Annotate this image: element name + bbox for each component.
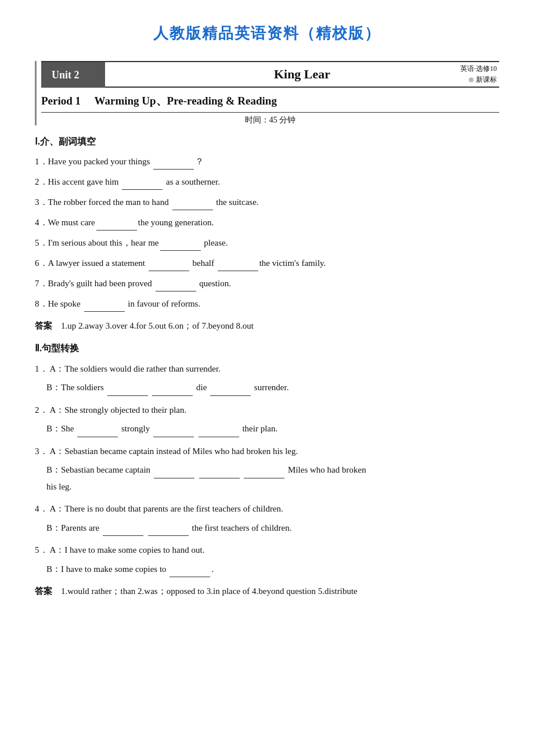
section2-q4-a: 4． A：There is no doubt that parents are … xyxy=(35,501,499,517)
period-header: Period 1 Warming Up、Pre-reading & Readin… xyxy=(41,93,499,113)
time-line: 时间：45 分钟 xyxy=(41,115,499,125)
section2-q1: 1． A：The soldiers would die rather than … xyxy=(35,361,499,396)
blank-7 xyxy=(156,282,196,291)
blank-2-4a xyxy=(103,527,143,536)
section2-q4-b: B：Parents are the first teachers of chil… xyxy=(46,520,499,537)
blank-4 xyxy=(96,221,137,231)
unit-section: Unit 2 King Lear 英语·选修10 ⊙ 新课标 Period 1 … xyxy=(35,61,499,125)
q7: 7．Brady's guilt had been proved question… xyxy=(35,276,499,291)
q3: 3．The robber forced the man to hand the … xyxy=(35,195,499,210)
section1-answers: 答案 1.up 2.away 3.over 4.for 5.out 6.on；o… xyxy=(35,318,499,334)
q2: 2．His accent gave him as a southerner. xyxy=(35,174,499,190)
blank-2-1b xyxy=(152,387,193,396)
page-title: 人教版精品英语资料（精校版） xyxy=(35,23,499,44)
q4: 4．We must carethe young generation. xyxy=(35,215,499,231)
blank-2-3b xyxy=(199,469,240,478)
unit-meta: 英语·选修10 ⊙ 新课标 xyxy=(458,62,499,87)
section2-q5-b: B：I have to make some copies to . xyxy=(46,561,499,578)
blank-2-3c xyxy=(244,469,284,478)
blank-2-4b xyxy=(148,527,189,536)
section2-q3-b2: his leg. xyxy=(46,478,499,495)
section1-title: Ⅰ.介、副词填空 xyxy=(35,136,499,148)
blank-2-2a xyxy=(77,428,118,437)
q8: 8．He spoke in favour of reforms. xyxy=(35,296,499,312)
section2-answer-label: 答案 xyxy=(35,586,52,596)
blank-1 xyxy=(153,160,194,170)
blank-2-5 xyxy=(169,568,210,577)
blank-2-3a xyxy=(154,469,194,478)
q6: 6．A lawyer issued a statement behalf the… xyxy=(35,255,499,271)
period-label: Period 1 xyxy=(41,95,81,107)
section2-q1-b: B：The soldiers die surrender. xyxy=(46,379,499,396)
section2-q5: 5． A：I have to make some copies to hand … xyxy=(35,542,499,577)
section2-q1-a: 1． A：The soldiers would die rather than … xyxy=(35,361,499,377)
blank-5 xyxy=(160,242,201,251)
q5: 5．I'm serious about this，hear me please. xyxy=(35,235,499,251)
unit-header: Unit 2 King Lear 英语·选修10 ⊙ 新课标 xyxy=(41,61,499,88)
blank-2-1c xyxy=(210,387,251,396)
unit-title: King Lear xyxy=(105,62,499,88)
unit-meta-line2: ⊙ 新课标 xyxy=(460,74,497,85)
blank-2-1a xyxy=(107,387,148,396)
section2-q3-a: 3． A：Sebastian became captain instead of… xyxy=(35,443,499,460)
blank-6a xyxy=(149,262,189,271)
blank-2-2c xyxy=(199,428,239,437)
section1-answer-label: 答案 xyxy=(35,321,52,330)
section1-questions: 1．Have you packed your things ？ 2．His ac… xyxy=(35,154,499,312)
section2-answers: 答案 1.would rather；than 2.was；opposed to … xyxy=(35,583,499,600)
section2-q3: 3． A：Sebastian became captain instead of… xyxy=(35,443,499,495)
section2-q4: 4． A：There is no doubt that parents are … xyxy=(35,501,499,536)
section2-q2-b: B：She strongly their plan. xyxy=(46,420,499,437)
section2-q2: 2． A：She strongly objected to their plan… xyxy=(35,402,499,437)
blank-2-2b xyxy=(153,428,194,437)
section1-answer-text: 1.up 2.away 3.over 4.for 5.out 6.on；of 7… xyxy=(61,321,254,330)
blank-6b xyxy=(218,262,258,271)
page-header: 人教版精品英语资料（精校版） xyxy=(35,23,499,44)
section2-title: Ⅱ.句型转换 xyxy=(35,343,499,355)
blank-3 xyxy=(172,201,213,210)
section2-q3-b: B：Sebastian became captain Miles who had… xyxy=(46,462,499,478)
section2-q2-a: 2． A：She strongly objected to their plan… xyxy=(35,402,499,419)
q1: 1．Have you packed your things ？ xyxy=(35,154,499,170)
unit-meta-line1: 英语·选修10 xyxy=(460,63,497,74)
blank-8 xyxy=(84,303,125,312)
section2-q5-a: 5． A：I have to make some copies to hand … xyxy=(35,542,499,559)
unit-badge: Unit 2 xyxy=(41,62,105,88)
section2-answer-text: 1.would rather；than 2.was；opposed to 3.i… xyxy=(61,586,358,596)
period-subtitle: Warming Up、Pre-reading & Reading xyxy=(95,95,277,107)
blank-2 xyxy=(122,181,163,190)
